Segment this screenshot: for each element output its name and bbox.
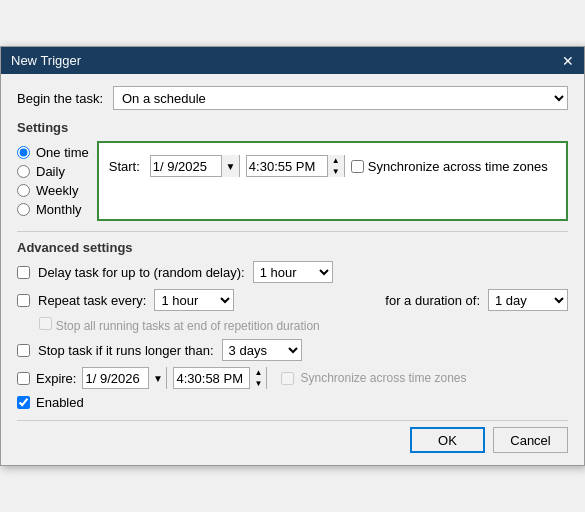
stop-all-label: Stop all running tasks at end of repetit… — [56, 319, 320, 333]
enabled-row: Enabled — [17, 395, 568, 410]
ok-button[interactable]: OK — [410, 427, 485, 453]
new-trigger-dialog: New Trigger ✕ Begin the task: On a sched… — [0, 46, 585, 466]
repeat-label: Repeat task every: — [38, 293, 146, 308]
daily-radio[interactable] — [17, 165, 30, 178]
start-date-input[interactable]: ▼ — [150, 155, 240, 177]
expire-date-input[interactable]: ▼ — [82, 367, 167, 389]
advanced-label: Advanced settings — [17, 240, 568, 255]
stop-longer-checkbox[interactable] — [17, 344, 30, 357]
one-time-radio[interactable] — [17, 146, 30, 159]
expire-time-up-button[interactable]: ▲ — [250, 367, 266, 378]
start-time-field[interactable] — [247, 159, 327, 174]
begin-task-row: Begin the task: On a schedule — [17, 86, 568, 110]
dialog-body: Begin the task: On a schedule Settings O… — [1, 74, 584, 465]
daily-label: Daily — [36, 164, 65, 179]
expire-checkbox[interactable] — [17, 372, 30, 385]
expire-sync-checkbox — [281, 372, 294, 385]
time-spinner: ▲ ▼ — [327, 155, 344, 177]
start-date-picker-button[interactable]: ▼ — [221, 155, 239, 177]
sync-timezone-checkbox[interactable] — [351, 160, 364, 173]
repeat-checkbox[interactable] — [17, 294, 30, 307]
duration-select[interactable]: 1 day — [488, 289, 568, 311]
stop-longer-row: Stop task if it runs longer than: 3 days — [17, 339, 568, 361]
sync-timezone-label: Synchronize across time zones — [368, 159, 548, 174]
stop-longer-label: Stop task if it runs longer than: — [38, 343, 214, 358]
weekly-radio[interactable] — [17, 184, 30, 197]
repeat-row: Repeat task every: 1 hour for a duration… — [17, 289, 568, 311]
time-down-button[interactable]: ▼ — [328, 166, 344, 177]
one-time-label: One time — [36, 145, 89, 160]
expire-sync-label: Synchronize across time zones — [300, 371, 466, 385]
expire-label: Expire: — [36, 371, 76, 386]
advanced-section: Advanced settings Delay task for up to (… — [17, 240, 568, 410]
schedule-type-group: One time Daily Weekly Monthly — [17, 141, 89, 221]
settings-label: Settings — [17, 120, 568, 135]
settings-inner-box: Start: ▼ ▲ ▼ — [97, 141, 568, 221]
repeat-select[interactable]: 1 hour — [154, 289, 234, 311]
expire-row: Expire: ▼ ▲ ▼ Synchronize across time zo… — [17, 367, 568, 389]
start-label: Start: — [109, 159, 140, 174]
delay-select[interactable]: 1 hour — [253, 261, 333, 283]
enabled-checkbox[interactable] — [17, 396, 30, 409]
start-row: Start: ▼ ▲ ▼ — [109, 151, 556, 181]
stop-longer-select[interactable]: 3 days — [222, 339, 302, 361]
monthly-label: Monthly — [36, 202, 82, 217]
monthly-radio[interactable] — [17, 203, 30, 216]
expire-time-down-button[interactable]: ▼ — [250, 378, 266, 389]
buttons-row: OK Cancel — [17, 420, 568, 453]
stop-all-checkbox — [39, 317, 52, 330]
expire-date-picker-button[interactable]: ▼ — [148, 367, 166, 389]
dialog-title: New Trigger — [11, 53, 81, 68]
cancel-button[interactable]: Cancel — [493, 427, 568, 453]
delay-label: Delay task for up to (random delay): — [38, 265, 245, 280]
expire-time-spinner: ▲ ▼ — [249, 367, 266, 389]
delay-checkbox[interactable] — [17, 266, 30, 279]
sync-checkbox-row: Synchronize across time zones — [351, 159, 552, 174]
stop-all-row: Stop all running tasks at end of repetit… — [17, 317, 568, 333]
daily-option[interactable]: Daily — [17, 164, 89, 179]
begin-task-label: Begin the task: — [17, 91, 103, 106]
expire-time-field[interactable] — [174, 371, 249, 386]
monthly-option[interactable]: Monthly — [17, 202, 89, 217]
enabled-label: Enabled — [36, 395, 84, 410]
weekly-option[interactable]: Weekly — [17, 183, 89, 198]
expire-time-input[interactable]: ▲ ▼ — [173, 367, 267, 389]
start-date-field[interactable] — [151, 159, 221, 174]
delay-row: Delay task for up to (random delay): 1 h… — [17, 261, 568, 283]
weekly-label: Weekly — [36, 183, 78, 198]
close-button[interactable]: ✕ — [562, 54, 574, 68]
settings-section: Settings One time Daily Weekly — [17, 120, 568, 221]
title-bar: New Trigger ✕ — [1, 47, 584, 74]
for-duration-label: for a duration of: — [385, 293, 480, 308]
start-time-input[interactable]: ▲ ▼ — [246, 155, 345, 177]
begin-task-select[interactable]: On a schedule — [113, 86, 568, 110]
time-up-button[interactable]: ▲ — [328, 155, 344, 166]
expire-date-field[interactable] — [83, 371, 148, 386]
one-time-option[interactable]: One time — [17, 145, 89, 160]
